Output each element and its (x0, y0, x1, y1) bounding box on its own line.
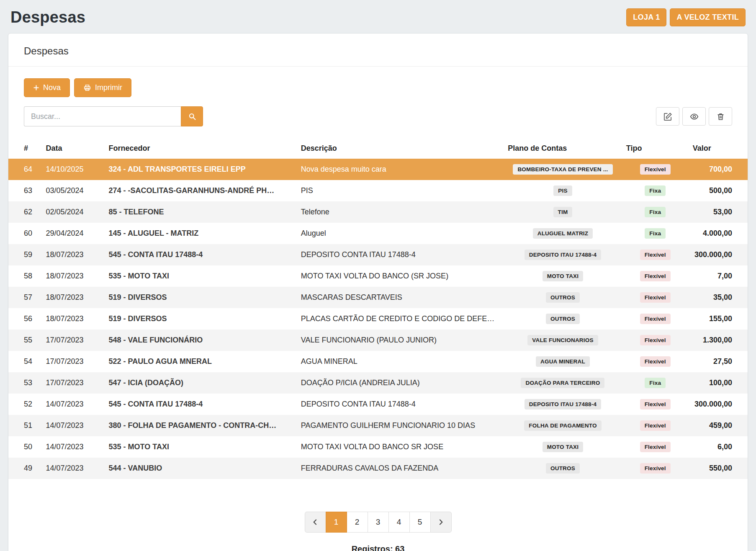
cell-num: 53 (8, 372, 41, 394)
imprimir-button-label: Imprimir (95, 83, 122, 92)
cell-descricao: PLACAS CARTÃO DE CREDITO E CODIGO DE DEF… (297, 308, 504, 330)
tipo-badge: Flexível (640, 442, 671, 452)
table-body: 6414/10/2025324 - ADL TRANSPORTES EIRELI… (8, 159, 748, 479)
cell-plano: DOAÇÃO PARA TERCEIRO (504, 372, 622, 394)
plano-badge: AGUA MINERAL (536, 356, 590, 367)
cell-fornecedor: 145 - ALUGUEL - MATRIZ (105, 223, 297, 244)
store-button[interactable]: LOJA 1 (626, 8, 666, 26)
cell-valor: 35,00 (689, 287, 748, 308)
cell-data: 02/05/2024 (41, 201, 104, 223)
table-row[interactable]: 5214/07/2023545 - CONTA ITAU 17488-4DEPO… (8, 394, 748, 415)
table-row[interactable]: 5718/07/2023519 - DIVERSOSMASCARAS DESCA… (8, 287, 748, 308)
cell-valor: 6,00 (689, 436, 748, 458)
row-action-buttons (656, 107, 732, 126)
cell-descricao: MOTO TAXI VOLTA DO BANCO SR JOSE (297, 436, 504, 458)
pagination-page-1[interactable]: 1 (326, 512, 347, 533)
cell-tipo: Fixa (622, 201, 689, 223)
cell-plano: FOLHA DE PAGAMENTO (504, 415, 622, 436)
cell-fornecedor: 535 - MOTO TAXI (105, 265, 297, 287)
cell-valor: 700,00 (689, 159, 748, 180)
search-button[interactable] (181, 106, 203, 126)
trash-icon (716, 112, 725, 121)
cell-fornecedor: 274 - -SACOLITAS-GARANHUNS-ANDRÉ PH… (105, 180, 297, 201)
plus-icon (33, 85, 39, 91)
delete-button[interactable] (709, 107, 732, 126)
imprimir-button[interactable]: Imprimir (74, 78, 131, 97)
plano-badge: OUTROS (546, 314, 580, 324)
column-header-data: Data (41, 139, 104, 159)
table-row[interactable]: 5317/07/2023547 - ICIA (DOAÇÃO)DOAÇÃO P/… (8, 372, 748, 394)
cell-fornecedor: 519 - DIVERSOS (105, 287, 297, 308)
pagination-next-button[interactable] (430, 512, 452, 533)
cell-fornecedor: 519 - DIVERSOS (105, 308, 297, 330)
cell-tipo: Flexível (622, 415, 689, 436)
tipo-badge: Flexível (640, 335, 671, 345)
cell-valor: 7,00 (689, 265, 748, 287)
table-row[interactable]: 6414/10/2025324 - ADL TRANSPORTES EIRELI… (8, 159, 748, 180)
table-row[interactable]: 5618/07/2023519 - DIVERSOSPLACAS CARTÃO … (8, 308, 748, 330)
pagination: 12345 (8, 512, 748, 533)
tipo-badge: Flexível (640, 420, 671, 431)
cell-valor: 550,00 (689, 458, 748, 479)
pagination-page-3[interactable]: 3 (368, 512, 389, 533)
search-group (24, 106, 203, 126)
cell-plano: TIM (504, 201, 622, 223)
cell-plano: OUTROS (504, 308, 622, 330)
plano-badge: MOTO TAXI (543, 442, 584, 452)
tipo-badge: Flexível (640, 314, 671, 324)
view-button[interactable] (682, 107, 706, 126)
table-row[interactable]: 5014/07/2023535 - MOTO TAXIMOTO TAXI VOL… (8, 436, 748, 458)
cell-fornecedor: 545 - CONTA ITAU 17488-4 (105, 244, 297, 265)
table-row[interactable]: 5417/07/2023522 - PAULO AGUA MNERALAGUA … (8, 351, 748, 372)
cell-descricao: DOAÇÃO P/ICIA (ANDREIA JULIA) (297, 372, 504, 394)
cell-plano: BOMBEIRO-TAXA DE PREVEN ... (504, 159, 622, 180)
cell-tipo: Flexível (622, 265, 689, 287)
eye-icon (690, 112, 699, 121)
tipo-badge: Flexível (640, 399, 671, 409)
pagination-page-4[interactable]: 4 (388, 512, 410, 533)
pagination-prev-button[interactable] (305, 512, 326, 533)
table-row[interactable]: 5818/07/2023535 - MOTO TAXIMOTO TAXI VOL… (8, 265, 748, 287)
table-row[interactable]: 4914/07/2023544 - VANUBIOFERRADURAS CAVA… (8, 458, 748, 479)
cell-descricao: PIS (297, 180, 504, 201)
pagination-page-5[interactable]: 5 (409, 512, 431, 533)
cell-valor: 4.000,00 (689, 223, 748, 244)
nova-button[interactable]: Nova (24, 78, 70, 97)
table-row[interactable]: 5517/07/2023548 - VALE FUNCIONÁRIOVALE F… (8, 330, 748, 351)
table-row[interactable]: 5114/07/2023380 - FOLHA DE PAGAMENTO - C… (8, 415, 748, 436)
tipo-badge: Fixa (645, 185, 666, 196)
cell-tipo: Flexível (622, 308, 689, 330)
cell-num: 60 (8, 223, 41, 244)
table-row[interactable]: 6029/04/2024145 - ALUGUEL - MATRIZAlugue… (8, 223, 748, 244)
cell-data: 14/07/2023 (41, 394, 104, 415)
table-row[interactable]: 6202/05/202485 - TELEFONETelefoneTIMFixa… (8, 201, 748, 223)
tipo-badge: Flexível (640, 250, 671, 260)
cell-fornecedor: 545 - CONTA ITAU 17488-4 (105, 394, 297, 415)
table-row[interactable]: 6303/05/2024274 - -SACOLITAS-GARANHUNS-A… (8, 180, 748, 201)
cell-plano: DEPOSITO ITAU 17488-4 (504, 244, 622, 265)
cell-data: 18/07/2023 (41, 244, 104, 265)
edit-button[interactable] (656, 107, 679, 126)
cell-num: 49 (8, 458, 41, 479)
company-button[interactable]: A VELOZ TEXTIL (670, 8, 746, 26)
cell-data: 03/05/2024 (41, 180, 104, 201)
cell-valor: 500,00 (689, 180, 748, 201)
plano-badge: MOTO TAXI (543, 271, 584, 281)
cell-descricao: DEPOSITO CONTA ITAU 17488-4 (297, 244, 504, 265)
table-row[interactable]: 5918/07/2023545 - CONTA ITAU 17488-4DEPO… (8, 244, 748, 265)
pagination-page-2[interactable]: 2 (347, 512, 368, 533)
plano-badge: BOMBEIRO-TAXA DE PREVEN ... (513, 164, 612, 175)
plano-badge: DOAÇÃO PARA TERCEIRO (521, 378, 604, 388)
search-input[interactable] (24, 106, 181, 126)
chevron-left-icon (311, 518, 319, 526)
cell-data: 14/07/2023 (41, 415, 104, 436)
cell-descricao: Aluguel (297, 223, 504, 244)
cell-tipo: Fixa (622, 372, 689, 394)
cell-data: 17/07/2023 (41, 330, 104, 351)
cell-descricao: VALE FUNCIONARIO (PAULO JUNIOR) (297, 330, 504, 351)
cell-data: 18/07/2023 (41, 287, 104, 308)
cell-descricao: Telefone (297, 201, 504, 223)
column-header-valor: Valor (689, 139, 748, 159)
tipo-badge: Fixa (645, 207, 666, 217)
tipo-badge: Flexível (640, 463, 671, 474)
